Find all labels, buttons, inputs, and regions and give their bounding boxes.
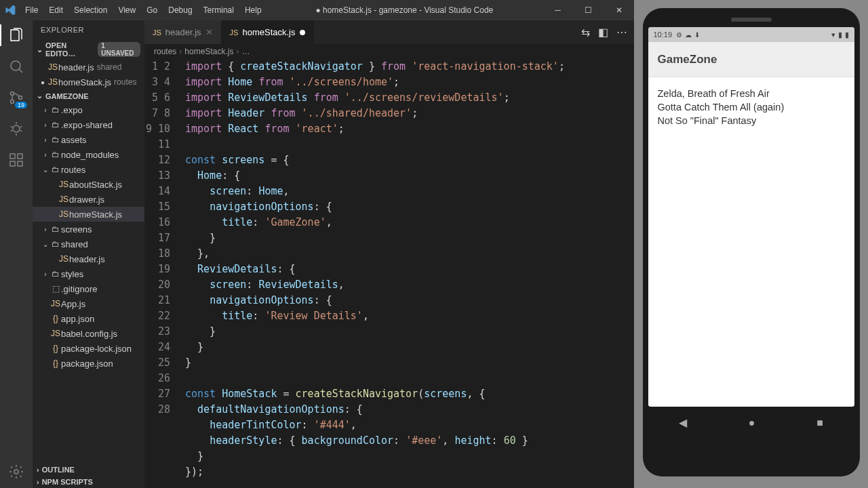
breadcrumb-segment[interactable]: routes <box>154 47 176 56</box>
open-editor-item[interactable]: JSheader.jsshared <box>33 60 144 75</box>
tree-item[interactable]: ›🗀styles <box>33 266 144 281</box>
activity-bar: 19 <box>0 20 33 488</box>
search-icon[interactable] <box>7 57 26 76</box>
scm-badge: 19 <box>15 102 27 108</box>
tab-bar: JSheader.js✕JShomeStack.js ⇆ ◧ ⋯ <box>144 20 634 44</box>
open-editors-section[interactable]: ⌄OPEN EDITO…1 UNSAVED <box>33 39 144 60</box>
tree-item[interactable]: ⌄🗀routes <box>33 162 144 177</box>
signal-icon: ▮ <box>838 30 842 39</box>
tree-item[interactable]: JSheader.js <box>33 251 144 266</box>
explorer-icon[interactable] <box>7 26 26 45</box>
titlebar: FileEditSelectionViewGoDebugTerminalHelp… <box>0 0 634 20</box>
tree-item[interactable]: ›🗀node_modules <box>33 147 144 162</box>
npm-scripts-section[interactable]: ›NPM SCRIPTS <box>33 476 144 488</box>
tree-item[interactable]: ⌄🗀shared <box>33 237 144 251</box>
menu-bar: FileEditSelectionViewGoDebugTerminalHelp <box>20 3 267 18</box>
list-item[interactable]: Not So "Final" Fantasy <box>658 114 845 127</box>
android-nav-bar: ◀ ● ■ <box>648 407 854 429</box>
tree-item[interactable]: {}package-lock.json <box>33 341 144 356</box>
compare-icon[interactable]: ⇆ <box>581 26 590 39</box>
vscode-window: FileEditSelectionViewGoDebugTerminalHelp… <box>0 0 634 488</box>
svg-point-0 <box>11 61 20 70</box>
editor-area: JSheader.js✕JShomeStack.js ⇆ ◧ ⋯ routes›… <box>144 20 634 488</box>
minimize-button[interactable]: ─ <box>542 0 573 20</box>
menu-terminal[interactable]: Terminal <box>199 3 239 18</box>
speaker-slot <box>731 18 772 22</box>
svg-point-1 <box>11 92 14 96</box>
code-editor[interactable]: 1 2 3 4 5 6 7 8 9 10 11 12 13 14 15 16 1… <box>144 59 634 488</box>
menu-go[interactable]: Go <box>142 3 162 18</box>
settings-mini-icon: ⚙ <box>676 31 682 39</box>
close-button[interactable]: ✕ <box>604 0 634 20</box>
window-title: ● homeStack.js - gamezone - Visual Studi… <box>267 5 542 15</box>
vscode-logo-icon <box>0 5 20 16</box>
menu-edit[interactable]: Edit <box>44 3 68 18</box>
tree-item[interactable]: ›🗀.expo-shared <box>33 117 144 132</box>
home-button[interactable]: ● <box>749 417 755 429</box>
svg-point-4 <box>13 125 20 132</box>
svg-point-3 <box>19 96 22 100</box>
clock: 10:19 <box>654 30 673 39</box>
open-editor-item[interactable]: ●JShomeStack.jsroutes <box>33 75 144 89</box>
tree-item[interactable]: JShomeStack.js <box>33 207 144 222</box>
svg-rect-7 <box>18 161 22 166</box>
device-frame: 10:19 ⚙☁⬇ ▾▮▮ GameZone Zelda, Breath of … <box>643 8 860 476</box>
svg-rect-6 <box>10 161 15 166</box>
tree-item[interactable]: ⬚.gitignore <box>33 281 144 296</box>
tree-item[interactable]: ›🗀assets <box>33 132 144 147</box>
menu-view[interactable]: View <box>113 3 140 18</box>
app-content: Zelda, Breath of Fresh AirGotta Catch Th… <box>648 77 854 407</box>
svg-point-2 <box>11 100 14 104</box>
project-section[interactable]: ⌄GAMEZONE <box>33 89 144 102</box>
tree-item[interactable]: JSbabel.config.js <box>33 326 144 341</box>
split-editor-icon[interactable]: ◧ <box>598 26 608 39</box>
phone-emulator: 10:19 ⚙☁⬇ ▾▮▮ GameZone Zelda, Breath of … <box>634 0 868 488</box>
editor-tab[interactable]: JSheader.js✕ <box>144 20 222 44</box>
settings-gear-icon[interactable] <box>7 462 26 481</box>
phone-screen: 10:19 ⚙☁⬇ ▾▮▮ GameZone Zelda, Breath of … <box>648 27 854 407</box>
more-actions-icon[interactable]: ⋯ <box>616 26 627 39</box>
explorer-title: EXPLORER <box>33 20 144 39</box>
maximize-button[interactable]: ☐ <box>573 0 604 20</box>
list-item[interactable]: Zelda, Breath of Fresh Air <box>658 87 845 100</box>
breadcrumb-segment[interactable]: homeStack.js <box>184 47 233 56</box>
recent-button[interactable]: ■ <box>816 417 823 429</box>
tree-item[interactable]: {}package.json <box>33 356 144 371</box>
breadcrumb[interactable]: routes›homeStack.js›… <box>144 44 634 59</box>
svg-rect-8 <box>18 154 22 159</box>
menu-help[interactable]: Help <box>240 3 267 18</box>
menu-debug[interactable]: Debug <box>163 3 197 18</box>
tree-item[interactable]: JSApp.js <box>33 296 144 311</box>
source-control-icon[interactable]: 19 <box>7 88 26 107</box>
status-bar: 10:19 ⚙☁⬇ ▾▮▮ <box>648 27 854 42</box>
debug-icon[interactable] <box>7 119 26 138</box>
wifi-icon: ▾ <box>831 30 835 39</box>
tree-item[interactable]: JSdrawer.js <box>33 192 144 207</box>
outline-section[interactable]: ›OUTLINE <box>33 464 144 476</box>
extensions-icon[interactable] <box>7 150 26 169</box>
tree-item[interactable]: {}app.json <box>33 311 144 326</box>
explorer-sidebar: EXPLORER ⌄OPEN EDITO…1 UNSAVED JSheader.… <box>33 20 144 488</box>
tree-item[interactable]: ›🗀.expo <box>33 102 144 117</box>
svg-point-9 <box>14 470 18 474</box>
list-item[interactable]: Gotta Catch Them All (again) <box>658 100 845 114</box>
battery-icon: ▮ <box>845 30 849 39</box>
svg-rect-5 <box>10 154 15 159</box>
cloud-mini-icon: ☁ <box>685 31 692 39</box>
menu-file[interactable]: File <box>20 3 43 18</box>
app-header: GameZone <box>648 42 854 77</box>
download-mini-icon: ⬇ <box>694 31 700 39</box>
back-button[interactable]: ◀ <box>679 416 687 429</box>
menu-selection[interactable]: Selection <box>69 3 112 18</box>
breadcrumb-segment[interactable]: … <box>241 47 250 56</box>
tree-item[interactable]: ›🗀screens <box>33 222 144 237</box>
tree-item[interactable]: JSaboutStack.js <box>33 177 144 192</box>
editor-tab[interactable]: JShomeStack.js <box>222 20 314 44</box>
